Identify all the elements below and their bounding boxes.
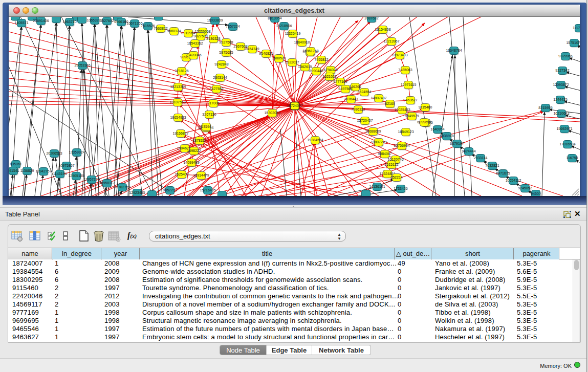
svg-text:16154808: 16154808: [375, 28, 390, 31]
svg-text:2036443: 2036443: [344, 97, 358, 101]
svg-text:8186328: 8186328: [206, 37, 220, 40]
svg-text:6879197: 6879197: [450, 142, 464, 145]
svg-text:8427552: 8427552: [209, 87, 223, 91]
svg-text:16648784: 16648784: [446, 49, 462, 52]
svg-text:2933114: 2933114: [474, 156, 488, 160]
svg-text:116753: 116753: [567, 156, 578, 160]
svg-text:20691406: 20691406: [33, 19, 49, 23]
svg-text:8990448: 8990448: [309, 69, 323, 73]
svg-text:12923485: 12923485: [129, 191, 145, 194]
svg-text:62160: 62160: [385, 102, 395, 105]
svg-text:10807487: 10807487: [371, 96, 386, 100]
svg-text:10973493: 10973493: [391, 53, 407, 57]
svg-text:15302033: 15302033: [264, 111, 280, 115]
svg-text:10025433: 10025433: [394, 108, 410, 112]
svg-text:16210643: 16210643: [553, 112, 569, 115]
svg-text:14136141: 14136141: [369, 185, 385, 188]
svg-text:11325419: 11325419: [285, 32, 301, 35]
svg-text:16914479: 16914479: [193, 173, 209, 177]
svg-text:12213369: 12213369: [170, 85, 186, 89]
svg-text:19166827: 19166827: [172, 132, 188, 135]
svg-text:5875685: 5875685: [219, 51, 233, 54]
svg-text:12942757: 12942757: [35, 169, 51, 173]
svg-text:7663822: 7663822: [154, 27, 167, 30]
svg-text:18807249: 18807249: [371, 140, 386, 144]
svg-text:2087682: 2087682: [364, 17, 378, 20]
svg-text:6497568: 6497568: [338, 87, 352, 91]
svg-text:9146821: 9146821: [259, 52, 273, 55]
svg-text:12093872: 12093872: [553, 83, 569, 86]
svg-text:12975115: 12975115: [401, 83, 417, 86]
svg-text:15720407: 15720407: [357, 119, 373, 122]
svg-text:9463627: 9463627: [403, 98, 417, 102]
svg-text:1527602: 1527602: [100, 19, 114, 23]
svg-text:7632821: 7632821: [485, 164, 499, 167]
svg-text:16033809: 16033809: [207, 18, 223, 22]
svg-text:1117404: 1117404: [573, 26, 580, 30]
svg-text:1405571: 1405571: [14, 21, 28, 25]
svg-text:9245052: 9245052: [518, 186, 532, 190]
svg-text:391541: 391541: [9, 169, 19, 172]
svg-text:9474444: 9474444: [462, 149, 475, 153]
svg-text:17359924: 17359924: [69, 150, 84, 154]
svg-text:1244415: 1244415: [553, 98, 567, 101]
svg-text:18724007: 18724007: [287, 104, 302, 107]
svg-text:1621022: 1621022: [322, 75, 336, 78]
svg-text:9827509: 9827509: [193, 34, 207, 38]
svg-text:16782759: 16782759: [114, 185, 130, 189]
svg-text:10688609: 10688609: [365, 129, 381, 133]
svg-text:9450?: 9450?: [531, 192, 541, 195]
svg-text:10107553: 10107553: [169, 100, 185, 104]
svg-text:8471675: 8471675: [496, 171, 510, 175]
svg-text:17016504: 17016504: [559, 142, 575, 146]
svg-text:835061: 835061: [10, 162, 21, 166]
svg-text:2803144: 2803144: [213, 76, 227, 79]
svg-text:8454749: 8454749: [245, 47, 259, 51]
svg-text:9227342: 9227342: [555, 69, 569, 72]
svg-text:20206533: 20206533: [46, 151, 62, 155]
svg-text:8938918: 8938918: [440, 134, 453, 138]
svg-text:15716485: 15716485: [200, 188, 215, 192]
svg-text:9660124: 9660124: [167, 29, 181, 33]
svg-text:19654933: 19654933: [170, 116, 186, 119]
svg-text:12213967: 12213967: [383, 39, 399, 43]
svg-text:9857791: 9857791: [163, 188, 177, 192]
svg-text:16120746: 16120746: [387, 158, 403, 161]
svg-text:29053346: 29053346: [74, 63, 90, 67]
svg-text:1362615: 1362615: [298, 65, 312, 69]
svg-text:6099695: 6099695: [417, 120, 431, 124]
svg-text:8813054: 8813054: [268, 17, 281, 20]
svg-text:9242848: 9242848: [214, 62, 228, 66]
svg-text:1615132: 1615132: [384, 163, 398, 166]
svg-text:7485063: 7485063: [398, 68, 412, 72]
svg-text:1733426: 1733426: [394, 187, 407, 190]
svg-text:9549579: 9549579: [405, 114, 419, 118]
svg-text:3624554: 3624554: [357, 90, 371, 94]
svg-text:7625402: 7625402: [175, 172, 188, 176]
svg-text:9115460: 9115460: [419, 105, 432, 109]
svg-text:23420046: 23420046: [185, 53, 201, 57]
svg-text:7515526: 7515526: [141, 24, 155, 28]
svg-text:7357224: 7357224: [226, 25, 239, 28]
svg-text:19218506: 19218506: [276, 24, 292, 28]
svg-text:917006: 917006: [207, 101, 219, 105]
svg-text:18640910: 18640910: [294, 40, 310, 44]
svg-text:8878334: 8878334: [192, 139, 206, 142]
svg-text:10654112: 10654112: [506, 179, 521, 182]
svg-text:10975867: 10975867: [58, 164, 74, 167]
svg-text:9777169: 9777169: [333, 80, 347, 83]
svg-text:252214: 252214: [390, 176, 402, 179]
svg-text:9329966: 9329966: [558, 54, 572, 58]
svg-text:14099489: 14099489: [183, 161, 199, 164]
svg-text:17957275: 17957275: [83, 178, 99, 181]
svg-text:16549123: 16549123: [398, 130, 413, 134]
svg-text:1640954: 1640954: [430, 127, 444, 131]
svg-text:1498222: 1498222: [187, 149, 201, 152]
svg-text:16961758: 16961758: [302, 49, 318, 53]
svg-text:15751074: 15751074: [566, 41, 580, 45]
svg-text:1963710: 1963710: [62, 20, 76, 24]
svg-text:9327508: 9327508: [219, 40, 233, 44]
svg-text:5322037: 5322037: [285, 60, 299, 64]
svg-text:10756924: 10756924: [394, 144, 409, 147]
svg-text:9084067: 9084067: [378, 152, 391, 156]
